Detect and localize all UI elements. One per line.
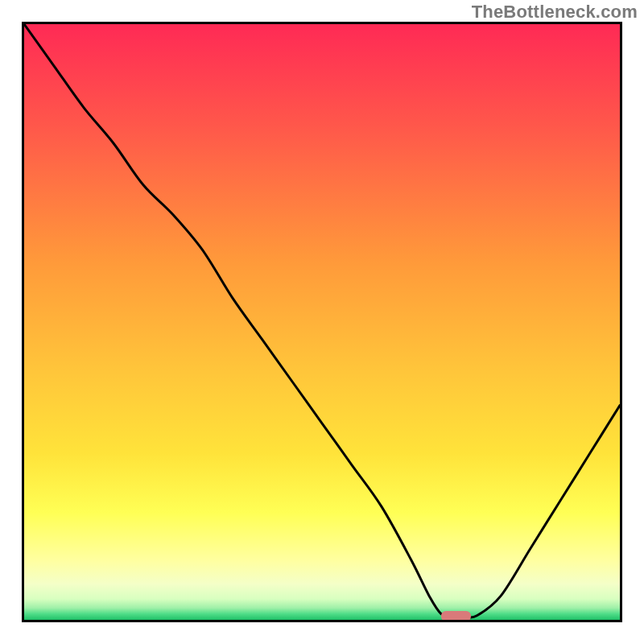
chart-frame: TheBottleneck.com xyxy=(0,0,644,644)
optimum-marker xyxy=(441,611,471,620)
gradient-background xyxy=(24,24,620,620)
watermark-text: TheBottleneck.com xyxy=(472,2,638,23)
bottleneck-plot xyxy=(24,24,620,620)
